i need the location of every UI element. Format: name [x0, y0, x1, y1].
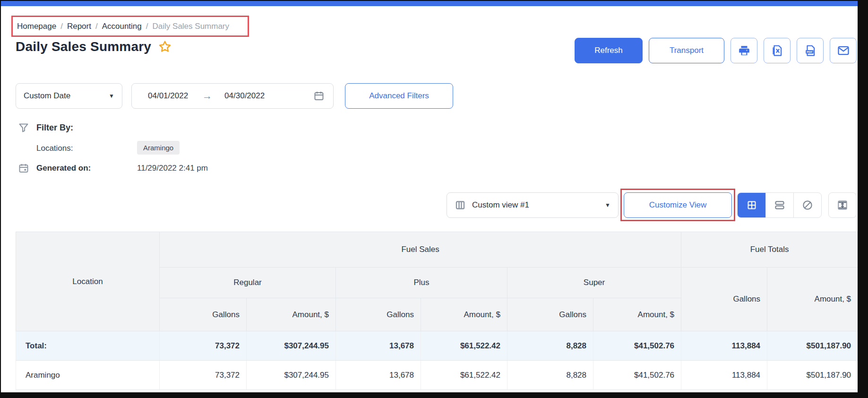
cell-plus-amount: $61,522.42 [421, 331, 507, 361]
cell-super-amount: $41,502.76 [593, 361, 681, 390]
location-filter-badge: Aramingo [137, 141, 180, 155]
row-label[interactable]: Aramingo [16, 361, 160, 390]
chart-view-button[interactable] [793, 193, 821, 217]
svg-text:PDF: PDF [807, 51, 812, 53]
col-group-fuel-totals: Fuel Totals [681, 232, 858, 268]
period-select-value: Custom Date [24, 91, 70, 101]
custom-view-select-value: Custom view #1 [472, 200, 529, 210]
header-actions: Refresh Transport [575, 38, 857, 63]
col-group-fuel-sales: Fuel Sales [160, 232, 681, 268]
printer-icon [738, 44, 750, 57]
cell-totals-amount: $501,187.90 [767, 331, 858, 361]
print-button[interactable] [730, 38, 757, 63]
col-header-totals-amount[interactable]: Amount, $ [767, 268, 858, 331]
col-header-super-gallons[interactable]: Gallons [507, 298, 593, 331]
chevron-down-icon: ▼ [605, 202, 610, 208]
filter-by-label: Filter By: [36, 123, 73, 133]
excel-file-icon [771, 44, 783, 57]
customize-view-button[interactable]: Customize View [624, 192, 732, 218]
pdf-file-icon: PDF [804, 44, 816, 57]
view-mode-toggle [737, 192, 822, 218]
favorite-star-icon[interactable] [158, 40, 172, 54]
col-header-regular-gallons[interactable]: Gallons [160, 298, 247, 331]
transport-button[interactable]: Transport [649, 38, 724, 63]
cell-regular-gallons: 73,372 [160, 331, 247, 361]
table-row-total: Total: 73,372 $307,244.95 13,678 $61,522… [16, 331, 858, 361]
customize-view-highlight-box: Customize View [620, 189, 735, 221]
cell-totals-amount: $501,187.90 [767, 361, 858, 390]
export-pdf-button[interactable]: PDF [797, 38, 824, 63]
col-header-plus-gallons[interactable]: Gallons [336, 298, 421, 331]
col-header-totals-gallons[interactable]: Gallons [681, 268, 767, 331]
breadcrumb-current: Daily Sales Summary [153, 22, 230, 31]
cell-plus-gallons: 13,678 [336, 331, 421, 361]
refresh-button[interactable]: Refresh [575, 38, 643, 63]
breadcrumb-highlight-box: Homepage / Report / Accounting / Daily S… [11, 16, 249, 37]
columns-icon [455, 199, 466, 211]
col-group-plus: Plus [336, 268, 507, 298]
arrow-right-icon: → [202, 90, 212, 102]
calendar-icon [313, 90, 325, 102]
advanced-filters-button[interactable]: Advanced Filters [345, 83, 453, 109]
generated-on-value: 11/29/2022 2:41 pm [137, 164, 208, 173]
export-excel-button[interactable] [764, 38, 791, 63]
col-header-regular-amount[interactable]: Amount, $ [247, 298, 336, 331]
cell-super-gallons: 8,828 [507, 361, 593, 390]
col-header-plus-amount[interactable]: Amount, $ [421, 298, 507, 331]
cell-regular-amount: $307,244.95 [247, 331, 336, 361]
breadcrumb-report[interactable]: Report [67, 22, 91, 31]
breadcrumb-separator: / [146, 22, 148, 31]
row-height-icon [836, 199, 849, 211]
breadcrumb-homepage[interactable]: Homepage [17, 22, 56, 31]
grid-icon [746, 199, 757, 211]
rows-view-button[interactable] [765, 193, 793, 217]
generated-on-label: Generated on: [36, 164, 91, 173]
calendar-icon [18, 163, 29, 174]
pie-chart-icon [801, 199, 814, 211]
period-select[interactable]: Custom Date ▼ [16, 83, 122, 109]
top-accent-bar [1, 1, 858, 6]
rows-icon [773, 199, 786, 211]
date-to-value: 04/30/2022 [224, 91, 265, 101]
expand-rows-button[interactable] [828, 192, 857, 218]
cell-regular-amount: $307,244.95 [247, 361, 336, 390]
cell-super-amount: $41,502.76 [593, 331, 681, 361]
cell-totals-gallons: 113,884 [681, 331, 767, 361]
envelope-icon [837, 44, 850, 57]
funnel-icon [18, 122, 29, 133]
locations-label: Locations: [36, 144, 73, 153]
cell-regular-gallons: 73,372 [160, 361, 247, 390]
table-row-location[interactable]: Aramingo 73,372 $307,244.95 13,678 $61,5… [16, 361, 858, 390]
cell-totals-gallons: 113,884 [681, 361, 767, 390]
breadcrumb: Homepage / Report / Accounting / Daily S… [17, 22, 229, 31]
col-header-super-amount[interactable]: Amount, $ [593, 298, 681, 331]
report-page: Homepage / Report / Accounting / Daily S… [1, 1, 858, 392]
grid-view-button[interactable] [738, 193, 765, 217]
cell-super-gallons: 8,828 [507, 331, 593, 361]
breadcrumb-accounting[interactable]: Accounting [102, 22, 142, 31]
col-group-super: Super [507, 268, 681, 298]
date-range-picker[interactable]: 04/01/2022 → 04/30/2022 [131, 83, 334, 109]
date-from-value: 04/01/2022 [148, 91, 188, 101]
page-title: Daily Sales Summary [16, 39, 151, 54]
breadcrumb-separator: / [95, 22, 98, 31]
email-button[interactable] [830, 38, 857, 63]
daily-sales-table: Location Fuel Sales Fuel Totals Regular … [16, 232, 858, 390]
col-group-regular: Regular [160, 268, 336, 298]
cell-plus-gallons: 13,678 [336, 361, 421, 390]
row-label: Total: [16, 331, 160, 361]
col-header-location[interactable]: Location [16, 232, 160, 331]
breadcrumb-separator: / [60, 22, 63, 31]
custom-view-select[interactable]: Custom view #1 ▼ [447, 192, 619, 218]
chevron-down-icon: ▼ [109, 93, 114, 99]
cell-plus-amount: $61,522.42 [421, 361, 507, 390]
